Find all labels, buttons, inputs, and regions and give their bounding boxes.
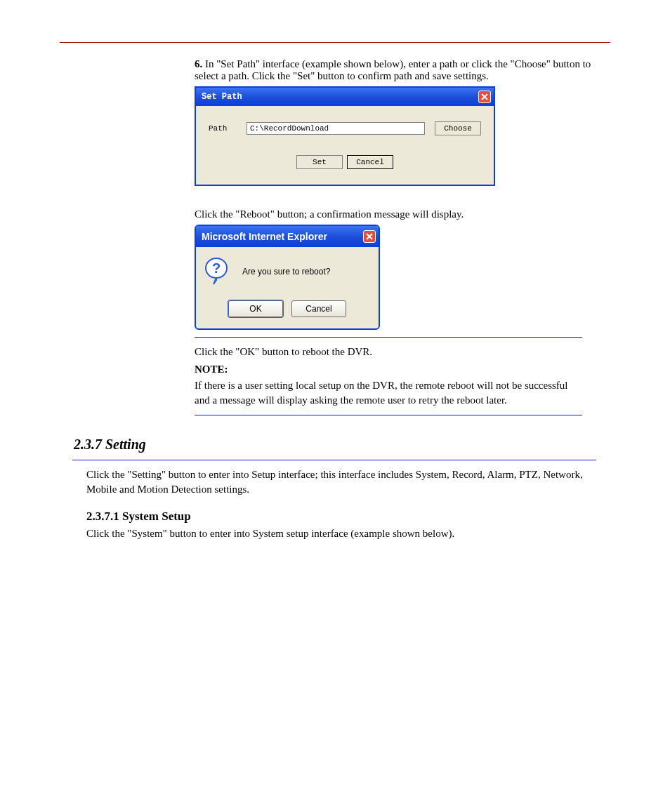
reboot-ok-text: Click the "OK" button to reboot the DVR. [195,345,610,359]
path-row: Path Choose [209,121,481,135]
close-icon [366,233,373,240]
set-button[interactable]: Set [296,155,343,169]
set-path-body: Path Choose Set Cancel [196,106,494,185]
step-text: In "Set Path" interface (example shown b… [195,58,591,81]
cancel-button[interactable]: Cancel [347,155,393,169]
header-rule [60,42,610,43]
heading-setting: 2.3.7 Setting [74,437,610,453]
set-path-dialog: Set Path Path Choose Set Cancel [195,86,495,186]
close-icon [481,93,488,100]
ie-title: Microsoft Internet Explorer [202,231,327,242]
note-title: NOTE: [195,364,228,375]
setting-text: Click the "Setting" button to enter into… [86,467,610,497]
step-number: 6. In "Set Path" interface (example show… [195,58,610,82]
blue-rule-1 [195,337,582,338]
path-input[interactable] [247,122,425,135]
heading-system: 2.3.7.1 System Setup [86,510,610,524]
ie-close-button[interactable] [363,230,376,243]
choose-button[interactable]: Choose [435,121,481,135]
svg-text:?: ? [212,260,221,276]
question-icon: ? [204,260,228,284]
set-path-title: Set Path [202,92,242,102]
reboot-text: Click the "Reboot" button; a confirmatio… [195,207,610,222]
ie-cancel-button[interactable]: Cancel [291,300,346,317]
note-body: If there is a user setting local setup o… [195,378,582,408]
ie-message: Are you sure to reboot? [242,267,330,277]
blue-rule-3 [72,460,596,460]
path-label: Path [209,124,237,133]
blue-rule-2 [195,415,582,415]
note-block: NOTE: If there is a user setting local s… [195,362,582,408]
close-button[interactable] [478,91,491,103]
ie-titlebar: Microsoft Internet Explorer [196,226,379,247]
ie-confirm-dialog: Microsoft Internet Explorer ? Are you su… [195,225,380,330]
set-path-button-row: Set Cancel [209,155,481,169]
set-path-titlebar: Set Path [196,88,494,106]
step-num: 6. [195,58,202,69]
ie-button-row: OK Cancel [204,300,370,317]
ie-message-row: ? Are you sure to reboot? [204,260,370,284]
ok-button[interactable]: OK [228,300,283,317]
ie-body: ? Are you sure to reboot? OK Cancel [196,247,379,328]
system-text: Click the "System" button to enter into … [86,526,610,541]
